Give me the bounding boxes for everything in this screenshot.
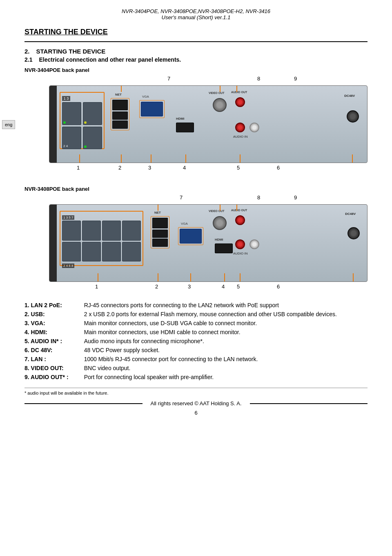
panel1-bot-num4: 4 (183, 165, 186, 171)
panel2-top-numbers: 7 8 9 (49, 194, 368, 203)
desc-text: 48 VDC Power supply socket. (84, 346, 368, 355)
panel2-num9: 9 (294, 194, 297, 201)
desc-label: 9. AUDIO OUT* : (24, 373, 84, 382)
desc-label: 3. VGA: (24, 319, 84, 328)
section-number: 2. (24, 48, 30, 55)
desc-row: 7. LAN :1000 Mbit/s RJ-45 connector port… (24, 355, 368, 364)
footer: All rights reserved © AAT Holding S. A. (24, 400, 368, 406)
panel1-num9: 9 (294, 76, 297, 82)
desc-row: 9. AUDIO OUT* :Port for connecting local… (24, 373, 368, 382)
panel1-bot-num5: 5 (237, 165, 240, 171)
desc-row: 2. USB:2 x USB 2.0 ports for external Fl… (24, 310, 368, 319)
desc-text: RJ-45 connectors ports for connecting to… (84, 301, 368, 310)
desc-label: 5. AUDIO IN* : (24, 337, 84, 346)
page-header: NVR-3404POE, NVR-3408POE,NVR-3408POE-H2,… (24, 8, 368, 20)
subsection-label: Electrical connection and other rear pan… (39, 56, 181, 63)
panel1-num7: 7 (167, 76, 170, 82)
section-number-label: STARTING THE DEVICE (36, 48, 106, 55)
desc-row: 1. LAN 2 PoE:RJ-45 connectors ports for … (24, 301, 368, 310)
desc-text: BNC video output. (84, 364, 368, 373)
desc-text: Main monitor connectors, use D-SUB VGA c… (84, 319, 368, 328)
desc-text: Port for connecting local speaker with p… (84, 373, 368, 382)
panel1-image: 1 3 2 4 NET (49, 85, 368, 163)
desc-text: Audio mono inputs for connecting microph… (84, 337, 368, 346)
desc-text: 1000 Mbit/s RJ-45 connector port for con… (84, 355, 368, 364)
panel2-bot-num3: 3 (188, 284, 191, 290)
desc-text: 2 x USB 2.0 ports for external Flash mem… (84, 310, 368, 319)
desc-label: 7. LAN : (24, 355, 84, 364)
panel2-bot-num5: 5 (237, 284, 240, 290)
descriptions-table: 1. LAN 2 PoE:RJ-45 connectors ports for … (24, 301, 368, 382)
desc-row: 4. HDMI:Main monitor connectors, use HDM… (24, 328, 368, 337)
panel2-bot-num2: 2 (155, 284, 158, 290)
panel1-bot-num1: 1 (77, 165, 80, 171)
panel1-bot-num2: 2 (118, 165, 121, 171)
desc-text: Main monitor connectors, use HDMI cable … (84, 328, 368, 337)
subsection-number: 2.1 (24, 56, 32, 63)
panel1-bot-num3: 3 (148, 165, 151, 171)
panel2-bottom-numbers: 1 2 3 4 5 6 (49, 284, 368, 293)
panel2-num7: 7 (180, 194, 183, 201)
panel2-label: NVR-3408POE back panel (24, 186, 368, 192)
footnote: * audio input will be available in the f… (24, 388, 368, 395)
eng-tab: eng (2, 120, 15, 129)
desc-label: 8. VIDEO OUT: (24, 364, 84, 373)
panel1-bottom-numbers: 1 2 3 4 5 6 (49, 165, 368, 174)
panel2-bot-num1: 1 (95, 284, 98, 290)
page-number: 6 (24, 410, 368, 416)
desc-row: 3. VGA:Main monitor connectors, use D-SU… (24, 319, 368, 328)
panel1-top-numbers: 7 8 9 (49, 76, 368, 85)
panel2-bot-num6: 6 (277, 284, 280, 290)
panel2-bot-num4: 4 (222, 284, 225, 290)
panel2-image: 1 3 5 7 2 4 6 8 NET VGA (49, 204, 368, 282)
desc-row: 6. DC 48V:48 VDC Power supply socket. (24, 346, 368, 355)
desc-label: 2. USB: (24, 310, 84, 319)
panel1-bot-num6: 6 (277, 165, 280, 171)
desc-label: 1. LAN 2 PoE: (24, 301, 84, 310)
panel1-label: NVR-3404POE back panel (24, 67, 368, 73)
desc-label: 6. DC 48V: (24, 346, 84, 355)
desc-row: 5. AUDIO IN* :Audio mono inputs for conn… (24, 337, 368, 346)
top-divider (24, 41, 368, 42)
panel1-num8: 8 (257, 76, 260, 82)
section-title: STARTING THE DEVICE (24, 28, 368, 36)
panel2-num8: 8 (257, 194, 260, 201)
desc-label: 4. HDMI: (24, 328, 84, 337)
desc-row: 8. VIDEO OUT:BNC video output. (24, 364, 368, 373)
